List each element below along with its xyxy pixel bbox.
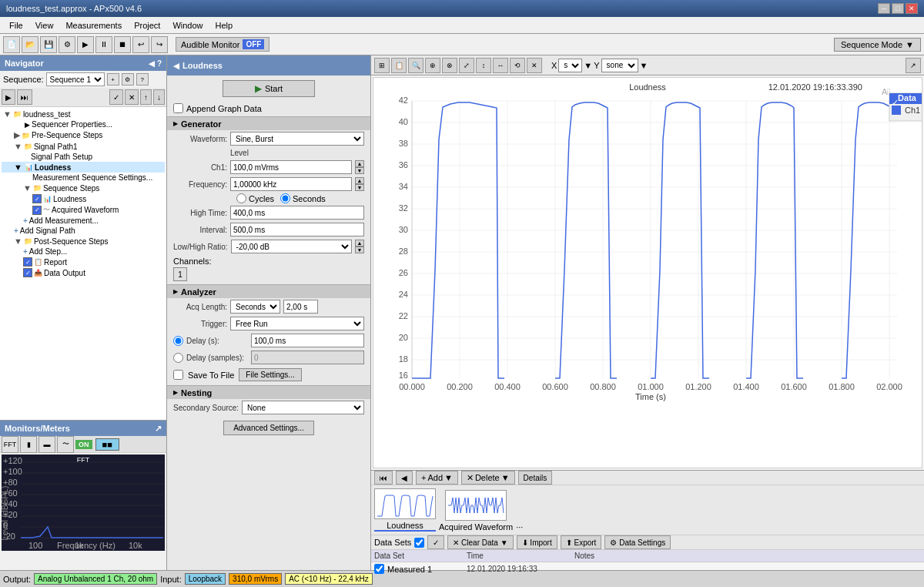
table-row[interactable]: Measured 1 12.01.2020 19:16:33	[371, 562, 924, 575]
nav-first-btn[interactable]: ⏮	[374, 471, 393, 485]
acq-length-input[interactable]	[283, 300, 318, 314]
secondary-source-select[interactable]: None	[242, 401, 364, 414]
thumb-scroll-btn[interactable]: ···	[516, 522, 528, 532]
menu-window[interactable]: Window	[166, 19, 209, 32]
tree-pre-sequence[interactable]: ▶ 📁 Pre-Sequence Steps	[2, 129, 165, 141]
nav-down-btn[interactable]: ↓	[153, 89, 165, 105]
nav-collapse-btn[interactable]: ◀	[149, 59, 155, 68]
nav-play-btn[interactable]: ▶	[2, 89, 15, 105]
tree-data-output[interactable]: ✓ 📤 Data Output	[2, 267, 165, 278]
seconds-radio[interactable]	[280, 193, 290, 203]
on-badge[interactable]: ON	[75, 440, 92, 449]
advanced-settings-btn[interactable]: Advanced Settings...	[223, 421, 314, 435]
waveform-select[interactable]: Sine, Burst	[230, 132, 364, 146]
graph-btn3[interactable]: 🔍	[408, 58, 424, 73]
row-checkbox[interactable]	[374, 564, 384, 574]
trigger-select[interactable]: Free Run	[230, 317, 364, 330]
menu-view[interactable]: View	[29, 19, 60, 32]
toolbar-btn6[interactable]: ⏸	[95, 36, 112, 53]
tree-signal-path1[interactable]: ▼ 📁 Signal Path1	[2, 141, 165, 152]
delay-samples-radio[interactable]	[173, 353, 183, 363]
menu-project[interactable]: Project	[128, 19, 166, 32]
monitors-expand-icon[interactable]: ↗	[155, 424, 162, 434]
tree-loudness-step[interactable]: ✓ 📊 Loudness	[2, 193, 165, 204]
delay-s-input[interactable]	[251, 334, 364, 347]
report-checkbox[interactable]: ✓	[23, 257, 32, 267]
tree-post-sequence[interactable]: ▼ 📁 Post-Sequence Steps	[2, 236, 165, 247]
y-axis-select[interactable]: sone	[601, 59, 638, 72]
sequence-mode-btn[interactable]: Sequence Mode ▼	[834, 38, 921, 52]
data-sets-checkbox[interactable]	[414, 538, 424, 548]
nav-check-btn[interactable]: ✓	[109, 89, 123, 105]
ch1-input[interactable]	[230, 160, 352, 174]
delay-s-radio[interactable]	[173, 336, 183, 346]
save-to-file-checkbox[interactable]	[173, 370, 183, 380]
tree-sequence-steps[interactable]: ▼ 📁 Sequence Steps	[2, 183, 165, 193]
new-btn[interactable]: 📄	[3, 36, 20, 53]
fft-btn[interactable]: FFT	[2, 436, 18, 453]
menu-help[interactable]: Help	[209, 19, 239, 32]
tree-meas-seq-settings[interactable]: Measurement Sequence Settings...	[2, 173, 165, 183]
tree-add-signal-path[interactable]: + Add Signal Path	[2, 226, 165, 236]
delay-samples-input[interactable]	[251, 351, 364, 364]
nav-up-btn[interactable]: ↑	[140, 89, 152, 105]
graph-btn6[interactable]: ⤢	[459, 58, 474, 73]
clear-data-btn[interactable]: ✕ Clear Data ▼	[447, 535, 513, 549]
open-btn[interactable]: 📂	[22, 36, 38, 53]
scope-btn[interactable]: 〜	[57, 436, 74, 453]
interval-input[interactable]	[230, 223, 364, 236]
loudness-step-checkbox[interactable]: ✓	[32, 194, 42, 203]
menu-file[interactable]: File	[3, 19, 29, 32]
low-high-select[interactable]: -20,00 dB	[231, 240, 352, 253]
graph-btn7[interactable]: ↕	[476, 58, 491, 73]
nav-help-btn[interactable]: ?	[157, 59, 162, 68]
meter-btn[interactable]: ▮	[20, 436, 37, 453]
start-button[interactable]: ▶ Start	[223, 80, 315, 97]
tree-report[interactable]: ✓ 📋 Report	[2, 257, 165, 267]
add-data-btn[interactable]: + Add ▼	[416, 471, 458, 485]
toolbar-btn4[interactable]: ⚙	[59, 36, 75, 53]
channel-1-btn[interactable]: 1	[173, 267, 187, 281]
nav-x-btn[interactable]: ✕	[125, 89, 139, 105]
acq-waveform-checkbox[interactable]: ✓	[32, 206, 42, 215]
lh-down[interactable]: ▼	[355, 247, 364, 253]
nav-seq-settings[interactable]: ⚙	[122, 73, 134, 86]
cycles-radio[interactable]	[236, 193, 246, 203]
tree-loudness-active[interactable]: ▼ 📊 Loudness	[2, 162, 165, 173]
toolbar-btn9[interactable]: ↪	[151, 36, 168, 53]
tree-loudness-test[interactable]: ▼ 📁 loudness_test	[2, 109, 165, 119]
ch1-up[interactable]: ▲	[355, 160, 364, 167]
data-settings-btn[interactable]: ⚙ Data Settings	[604, 535, 671, 549]
minimize-btn[interactable]: ─	[878, 3, 890, 14]
import-btn[interactable]: ⬇ Import	[517, 535, 557, 549]
graph-btn10[interactable]: ✕	[527, 58, 542, 73]
file-settings-btn[interactable]: File Settings...	[239, 368, 301, 381]
close-btn[interactable]: ✕	[906, 3, 918, 14]
save-btn[interactable]: 💾	[40, 36, 57, 53]
tree-add-step[interactable]: + Add Step...	[2, 247, 165, 257]
toolbar-btn5[interactable]: ▶	[77, 36, 94, 53]
freq-up[interactable]: ▲	[355, 177, 364, 184]
sequence-select[interactable]: Sequence 1	[46, 72, 105, 86]
acq-waveform-thumb[interactable]: Acquired Waveform	[439, 490, 513, 532]
nav-seq-add[interactable]: +	[107, 73, 119, 86]
graph-btn9[interactable]: ⟲	[510, 58, 525, 73]
lh-up[interactable]: ▲	[355, 240, 364, 247]
nav-prev-btn[interactable]: ◀	[396, 471, 413, 485]
tree-signal-path-setup[interactable]: Signal Path Setup	[2, 152, 165, 162]
high-time-input[interactable]	[230, 206, 364, 220]
bar-btn[interactable]: ▬	[38, 436, 55, 453]
toolbar-btn8[interactable]: ↩	[132, 36, 149, 53]
data-output-checkbox[interactable]: ✓	[23, 268, 32, 277]
tree-acquired-waveform[interactable]: ✓ 〜 Acquired Waveform	[2, 204, 165, 216]
menu-measurements[interactable]: Measurements	[59, 19, 128, 32]
tree-add-measurement[interactable]: + Add Measurement...	[2, 216, 165, 226]
data-settings-check-btn[interactable]: ✓	[427, 535, 444, 549]
audible-off-badge[interactable]: OFF	[243, 39, 264, 49]
graph-btn8[interactable]: ↔	[493, 58, 508, 73]
nav-help2[interactable]: ?	[136, 73, 149, 86]
maximize-btn[interactable]: □	[892, 3, 904, 14]
details-btn[interactable]: Details	[518, 471, 553, 485]
graph-btn1[interactable]: ⊞	[374, 58, 390, 73]
append-checkbox[interactable]	[173, 103, 183, 113]
